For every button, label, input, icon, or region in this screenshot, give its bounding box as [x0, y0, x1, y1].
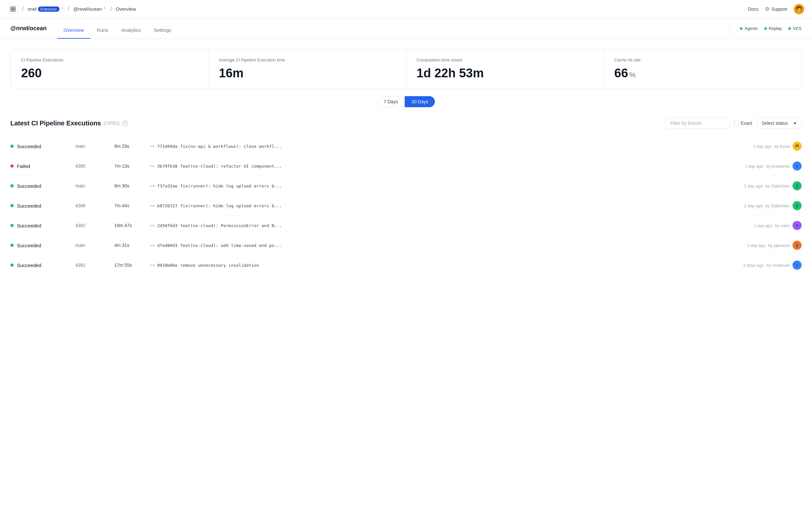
table-row[interactable]: Succeeded 4382 19m 47s ⊶ 2d58f6d3 feat(n…	[11, 216, 801, 236]
status-label: Succeeded	[17, 183, 41, 189]
period-7days-button[interactable]: 7 Days	[377, 96, 405, 107]
commit-message: fix(nx-api & workflows): close workfl...	[180, 144, 282, 149]
row-duration: 7m 44s	[114, 203, 150, 208]
enterprise-badge: Enterprise	[38, 6, 59, 12]
status-select[interactable]: Select status ▾	[756, 118, 801, 129]
top-navigation: / nrwl Enterprise ⌃ / @nrwl/ocean ⌃ / Ov…	[0, 0, 812, 18]
svg-rect-1	[13, 7, 15, 9]
page-tabs: Overview Runs Analytics Settings	[57, 24, 730, 39]
current-page: Overview	[116, 6, 136, 12]
row-author: by lourw	[774, 144, 790, 149]
pipeline-header: Latest CI Pipeline Executions (CIPEs) ? …	[11, 118, 801, 129]
author-avatar: 👤	[793, 181, 801, 190]
commit-message: feat(nx-cloud): PermissionError and N...	[180, 223, 282, 228]
row-meta: 2 days ago by nixallover 👤	[743, 260, 801, 270]
commit-message: feat(nx-cloud): add time-saved end po...	[180, 243, 282, 248]
row-branch: main	[75, 144, 114, 149]
commit-hash: 3b79fb38	[157, 164, 178, 169]
table-row[interactable]: Succeeded main 8m 30s ⊶ f37a32ae fix(run…	[11, 176, 801, 196]
status-label: Failed	[17, 163, 30, 169]
org-name: nrwl	[28, 6, 37, 12]
page-header: @nrwl/ocean Overview Runs Analytics Sett…	[0, 18, 812, 39]
row-status: Succeeded	[11, 223, 75, 228]
row-commit: ⊶ 771499da fix(nx-api & workflows): clos…	[150, 144, 753, 149]
row-meta: 1 day ago by jdpearce 👤	[747, 241, 801, 250]
org-selector[interactable]: nrwl Enterprise ⌃	[28, 6, 64, 12]
table-row[interactable]: Succeeded 4386 7m 44s ⊶ b8726327 fix(run…	[11, 196, 801, 216]
stat-computation: Computation time saved 1d 22h 53m	[406, 50, 604, 88]
commit-hash: f37a32ae	[157, 183, 178, 189]
support-link[interactable]: ⚙ Support	[765, 6, 787, 12]
period-30days-button[interactable]: 30 Days	[405, 96, 435, 107]
workspace-selector[interactable]: @nrwl/ocean ⌃	[73, 6, 107, 12]
author-avatar: 👤	[793, 241, 801, 250]
row-branch: main	[75, 183, 114, 189]
stat-cache-label: Cache hit rate	[614, 58, 791, 62]
exact-filter[interactable]: Exact	[734, 121, 752, 126]
status-icon	[11, 184, 14, 188]
tab-analytics[interactable]: Analytics	[114, 24, 147, 39]
stat-computation-value: 1d 22h 53m	[417, 66, 593, 80]
agents-dot	[740, 27, 742, 30]
agents-status: Agents	[740, 26, 757, 31]
status-icon	[11, 204, 14, 207]
table-row[interactable]: Succeeded main 4m 31s ⊶ dfed80d3 feat(nx…	[11, 236, 801, 255]
nav-separator-3: /	[110, 5, 112, 12]
table-row[interactable]: Failed 4385 7m 13s ⊶ 3b79fb38 feat(nx-cl…	[11, 156, 801, 176]
row-author: by StalkAltan	[765, 204, 790, 208]
commit-icon: ⊶	[150, 203, 155, 208]
commit-message: fix(runner): hide log upload errors b...	[180, 204, 282, 208]
status-label: Succeeded	[17, 144, 41, 149]
row-meta: 1 day ago by StalkAltan 👤	[744, 181, 801, 190]
nav-left: / nrwl Enterprise ⌃ / @nrwl/ocean ⌃ / Ov…	[8, 4, 136, 14]
workspace-chevron-icon: ⌃	[103, 7, 106, 11]
commit-hash: 771499da	[157, 144, 178, 149]
author-avatar: 👤	[793, 221, 801, 230]
row-commit: ⊶ 2d58f6d3 feat(nx-cloud): PermissionErr…	[150, 223, 754, 228]
tab-overview[interactable]: Overview	[57, 24, 91, 39]
commit-message: fix(runner): hide log upload errors b...	[180, 183, 282, 189]
help-icon[interactable]: ?	[122, 120, 128, 126]
row-branch: 4382	[75, 223, 114, 228]
tab-settings[interactable]: Settings	[147, 24, 178, 39]
author-avatar: 👤	[793, 162, 801, 170]
commit-icon: ⊶	[150, 243, 155, 248]
vcs-label: VCS	[793, 26, 801, 31]
commit-icon: ⊶	[150, 144, 155, 149]
row-duration: 17m 55s	[114, 262, 150, 268]
status-select-label: Select status	[762, 121, 788, 126]
stat-avg-time-label: Average CI Pipeline Execution time	[219, 58, 396, 62]
row-time: 1 day ago	[745, 164, 763, 169]
support-label: Support	[771, 6, 787, 12]
replay-label: Replay	[769, 26, 782, 31]
row-commit: ⊶ 3b79fb38 feat(nx-cloud): refactor UI c…	[150, 163, 745, 169]
commit-icon: ⊶	[150, 223, 155, 228]
vcs-dot	[788, 27, 791, 30]
svg-rect-3	[13, 10, 15, 11]
commit-message: remove unnecessary invalidation	[180, 263, 259, 268]
row-author: by nartc	[775, 223, 790, 228]
agents-label: Agents	[745, 26, 757, 31]
row-author: by nixallover	[767, 263, 790, 268]
branch-filter-input[interactable]: Filter by branch	[665, 118, 730, 129]
row-commit: ⊶ f37a32ae fix(runner): hide log upload …	[150, 183, 744, 189]
app-logo[interactable]	[8, 4, 18, 14]
org-title: @nrwl/ocean	[11, 25, 47, 37]
status-label: Succeeded	[17, 262, 41, 268]
row-duration: 19m 47s	[114, 223, 150, 228]
exact-checkbox[interactable]	[734, 121, 739, 126]
vcs-status: VCS	[788, 26, 801, 31]
branch-filter-placeholder: Filter by branch	[670, 121, 702, 126]
docs-link[interactable]: Docs	[748, 6, 759, 12]
nav-separator-2: /	[68, 5, 70, 12]
table-row[interactable]: Succeeded main 9m 29s ⊶ 771499da fix(nx-…	[11, 136, 801, 156]
table-row[interactable]: Succeeded 4381 17m 55s ⊶ 0918b0be remove…	[11, 255, 801, 275]
commit-hash: 0918b0be	[157, 263, 178, 268]
row-meta: 1 day ago by StalkAltan 👤	[744, 201, 801, 210]
pipeline-subtitle: (CIPEs)	[104, 121, 120, 126]
row-commit: ⊶ dfed80d3 feat(nx-cloud): add time-save…	[150, 243, 747, 248]
user-avatar[interactable]: 🧑	[794, 4, 804, 14]
row-status: Failed	[11, 163, 75, 169]
tab-runs[interactable]: Runs	[90, 24, 114, 39]
stat-cache-unit: %	[629, 71, 636, 79]
